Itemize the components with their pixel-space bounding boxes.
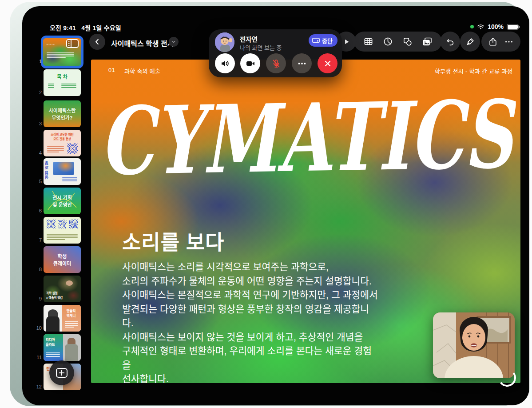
- stop-sharing-label: 중단: [322, 36, 333, 45]
- slide-number: 7: [36, 237, 42, 243]
- speaker-button[interactable]: [215, 53, 235, 73]
- close-icon: [323, 59, 332, 68]
- share-more-toolbar: [481, 32, 520, 52]
- brush-icon: [465, 37, 475, 47]
- more-button[interactable]: [504, 37, 514, 47]
- slide-header-right: 학부생 전시 - 학과 간 교류 과정: [435, 67, 512, 75]
- slide-number: 11: [36, 355, 42, 360]
- slide-body-text: 사이매틱스는 소리를 시각적으로 보여주는 과학으로, 소리의 주파수가 물체의…: [122, 260, 380, 383]
- sidebar-toggle-icon: [66, 38, 79, 49]
- insert-chart-button[interactable]: [383, 36, 393, 47]
- slide-number: 6: [36, 208, 42, 213]
- photo-figure: [53, 162, 74, 175]
- ellipsis-icon: [504, 37, 514, 47]
- portrait-figure: [67, 338, 75, 344]
- pie-chart-icon: [383, 36, 393, 47]
- screen-share-icon: [312, 38, 320, 44]
- facetime-overlay: 전자연 나의 화면 보는 중 중단: [209, 29, 342, 77]
- add-slide-button[interactable]: [49, 360, 74, 385]
- video-camera-icon: [245, 58, 256, 69]
- status-bar-right: 100%: [470, 23, 519, 30]
- undo-button[interactable]: [440, 32, 460, 52]
- draw-button[interactable]: [460, 32, 480, 52]
- mic-mute-button[interactable]: [266, 53, 286, 73]
- portrait-figure: [46, 316, 60, 332]
- slide-thumbnail-3[interactable]: 사이매틱스란 무엇인가?: [44, 100, 81, 127]
- slide-header-number: 01: [108, 67, 115, 73]
- slide-number: 5: [36, 179, 42, 184]
- slide-thumbnail-10[interactable]: 앤슬리 맥케니: [44, 305, 81, 332]
- share-button[interactable]: [488, 37, 498, 47]
- slide-thumbnail-7[interactable]: [44, 217, 81, 244]
- mic-muted-icon: [271, 58, 282, 69]
- ipad-screenshot: 오전 9:41 4월 1일 수요일 100% 사이매틱스 학생 전시: [0, 0, 532, 408]
- sharing-status: 나의 화면 보는 중: [240, 43, 282, 52]
- chevron-down-icon: [171, 39, 176, 44]
- slide-number: 4: [36, 150, 42, 156]
- back-button[interactable]: [89, 34, 105, 50]
- insert-toolbar: [354, 32, 442, 52]
- pip-video-frame: [433, 312, 515, 378]
- slide-number: 3: [36, 121, 42, 126]
- wifi-icon: [477, 24, 484, 30]
- slide-number: 9: [36, 296, 42, 301]
- speaker-icon: [220, 58, 230, 69]
- shapes-icon: [402, 36, 413, 47]
- slide-thumbnail-8[interactable]: 학생 큐레이터: [44, 246, 81, 273]
- portrait-figure: [65, 344, 78, 361]
- ipad-screen: 오전 9:41 4월 1일 수요일 100% 사이매틱스 학생 전시: [22, 6, 529, 405]
- add-slide-icon: [56, 368, 67, 378]
- slide-number: 1: [36, 59, 42, 64]
- slide-thumbnail-5[interactable]: 실험 과정: [44, 158, 81, 185]
- slide-heading: 소리를 보다: [122, 226, 224, 255]
- slide-number: 2: [36, 90, 42, 95]
- battery-percent: 100%: [488, 23, 504, 30]
- date: 4월 1일 수요일: [81, 24, 121, 32]
- undo-icon: [445, 37, 455, 47]
- slide-thumbnail-11[interactable]: 리디아 올라드: [44, 334, 81, 361]
- slide-number: 12: [36, 384, 42, 389]
- table-icon: [363, 36, 373, 47]
- slide-thumbnail-2[interactable]: 목 차: [44, 69, 81, 96]
- chevron-left-icon: [93, 38, 101, 46]
- end-call-button[interactable]: [318, 53, 337, 73]
- pattern-figure: [67, 143, 78, 154]
- call-more-button[interactable]: [292, 53, 312, 73]
- pattern-figure: [69, 220, 78, 228]
- battery-icon: [507, 24, 519, 30]
- camera-indicator-icon: [470, 25, 474, 28]
- slide-number: 10: [36, 325, 42, 331]
- slide-number: 8: [36, 267, 42, 272]
- slide-header-left: 과학 속의 예술: [124, 67, 160, 75]
- pattern-figure: [58, 220, 67, 228]
- participant-avatar: [215, 32, 234, 52]
- sidebar-toggle-button[interactable]: [66, 38, 79, 49]
- stop-sharing-button[interactable]: 중단: [309, 34, 337, 47]
- status-bar-left: 오전 9:41 4월 1일 수요일: [50, 23, 121, 32]
- participant-name: 전자연: [240, 34, 258, 44]
- clock: 오전 9:41: [50, 24, 76, 32]
- insert-shape-button[interactable]: [402, 36, 413, 47]
- document-title-menu-button[interactable]: [169, 37, 179, 47]
- photos-icon: [422, 36, 433, 47]
- slide-thumbnail-6[interactable]: 전시 기획 및 운영안: [44, 188, 81, 214]
- insert-media-button[interactable]: [422, 36, 433, 47]
- ipad-frame: 오전 9:41 4월 1일 수요일 100% 사이매틱스 학생 전시: [10, 2, 522, 406]
- document-title[interactable]: 사이매틱스 학생 전시: [111, 38, 174, 48]
- ellipsis-icon: [297, 58, 307, 69]
- slide-thumbnail-9[interactable]: 과학 실험 x 예술적 영감: [44, 276, 81, 302]
- memoji-icon: [215, 32, 234, 52]
- camera-button[interactable]: [240, 53, 260, 73]
- art-title-text: CYMATICS: [99, 82, 517, 195]
- play-icon: [342, 38, 350, 46]
- photo-face-figure: [66, 280, 73, 286]
- facetime-pip-video[interactable]: [433, 312, 515, 378]
- slide-art-title: CYMATICS: [95, 82, 517, 195]
- pattern-figure: [47, 220, 56, 228]
- share-icon: [488, 37, 498, 47]
- insert-table-button[interactable]: [363, 36, 373, 47]
- slide-thumbnail-4[interactable]: 소리의 고유한 패턴 모드 진동 현상: [44, 130, 81, 156]
